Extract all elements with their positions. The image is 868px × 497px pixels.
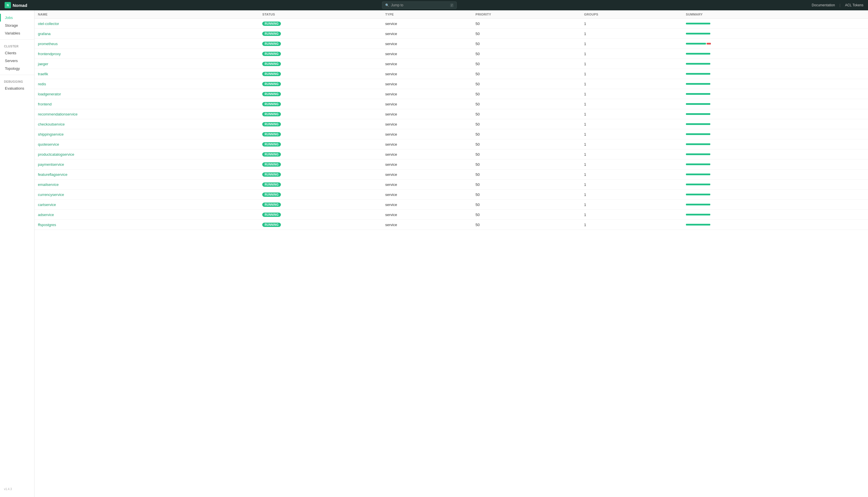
table-row[interactable]: cartserviceRUNNINGservice501 bbox=[34, 200, 868, 210]
summary-bar-container bbox=[686, 214, 718, 215]
summary-bar-green bbox=[686, 43, 706, 44]
job-name[interactable]: redis bbox=[34, 79, 259, 89]
job-groups: 1 bbox=[580, 180, 682, 189]
job-groups: 1 bbox=[580, 69, 682, 79]
job-summary bbox=[682, 89, 868, 99]
job-name[interactable]: shippingservice bbox=[34, 129, 259, 139]
job-name[interactable]: paymentservice bbox=[34, 159, 259, 170]
table-row[interactable]: adserviceRUNNINGservice501 bbox=[34, 210, 868, 220]
job-summary bbox=[682, 170, 868, 180]
job-name[interactable]: quoteservice bbox=[34, 139, 259, 150]
job-type: service bbox=[382, 109, 472, 119]
sidebar-item-topology[interactable]: Topology bbox=[0, 65, 34, 72]
job-summary bbox=[682, 150, 868, 159]
summary-bar-container bbox=[686, 33, 718, 34]
table-row[interactable]: redisRUNNINGservice501 bbox=[34, 79, 868, 89]
table-row[interactable]: frontendproxyRUNNINGservice501 bbox=[34, 49, 868, 59]
logo[interactable]: N Nomad bbox=[4, 2, 27, 8]
status-badge: RUNNING bbox=[262, 152, 281, 157]
job-name[interactable]: cartservice bbox=[34, 200, 259, 210]
table-row[interactable]: featureflagserviceRUNNINGservice501 bbox=[34, 170, 868, 180]
summary-bar-container bbox=[686, 224, 718, 226]
job-priority: 50 bbox=[472, 109, 581, 119]
table-row[interactable]: otel-collectorRUNNINGservice501 bbox=[34, 19, 868, 29]
job-name[interactable]: jaeger bbox=[34, 59, 259, 69]
table-row[interactable]: checkoutserviceRUNNINGservice501 bbox=[34, 119, 868, 129]
job-summary bbox=[682, 180, 868, 189]
table-row[interactable]: recommendationserviceRUNNINGservice501 bbox=[34, 109, 868, 119]
summary-bar-container bbox=[686, 23, 718, 25]
table-row[interactable]: frontendRUNNINGservice501 bbox=[34, 99, 868, 109]
job-name[interactable]: recommendationservice bbox=[34, 109, 259, 119]
sidebar-item-servers[interactable]: Servers bbox=[0, 57, 34, 65]
col-summary: Summary bbox=[682, 10, 868, 19]
table-row[interactable]: quoteserviceRUNNINGservice501 bbox=[34, 139, 868, 150]
sidebar-item-clients[interactable]: Clients bbox=[0, 49, 34, 57]
job-groups: 1 bbox=[580, 159, 682, 170]
table-row[interactable]: grafanaRUNNINGservice501 bbox=[34, 29, 868, 39]
job-groups: 1 bbox=[580, 139, 682, 150]
job-status: RUNNING bbox=[259, 39, 382, 49]
table-header: Name Status Type Priority Groups Summary bbox=[34, 10, 868, 19]
summary-bar-container bbox=[686, 73, 718, 75]
job-type: service bbox=[382, 49, 472, 59]
table-row[interactable]: loadgeneratorRUNNINGservice501 bbox=[34, 89, 868, 99]
job-type: service bbox=[382, 180, 472, 189]
table-row[interactable]: productcatalogserviceRUNNINGservice501 bbox=[34, 150, 868, 159]
job-type: service bbox=[382, 170, 472, 180]
sidebar-divider-1 bbox=[0, 39, 34, 40]
table-row[interactable]: currencyserviceRUNNINGservice501 bbox=[34, 189, 868, 200]
status-badge: RUNNING bbox=[262, 182, 281, 187]
sidebar-item-jobs[interactable]: Jobs bbox=[0, 14, 34, 22]
documentation-link[interactable]: Documentation bbox=[812, 3, 835, 7]
job-name[interactable]: frontendproxy bbox=[34, 49, 259, 59]
job-type: service bbox=[382, 69, 472, 79]
job-priority: 50 bbox=[472, 119, 581, 129]
jobs-tbody: otel-collectorRUNNINGservice501grafanaRU… bbox=[34, 19, 868, 230]
table-row[interactable]: traefikRUNNINGservice501 bbox=[34, 69, 868, 79]
job-type: service bbox=[382, 189, 472, 200]
job-name[interactable]: otel-collector bbox=[34, 19, 259, 29]
job-name[interactable]: emailservice bbox=[34, 180, 259, 189]
job-name[interactable]: grafana bbox=[34, 29, 259, 39]
job-name[interactable]: loadgenerator bbox=[34, 89, 259, 99]
job-priority: 50 bbox=[472, 180, 581, 189]
acl-tokens-link[interactable]: ACL Tokens bbox=[845, 3, 864, 7]
summary-bar-container bbox=[686, 123, 718, 125]
summary-bar-green bbox=[686, 153, 710, 155]
job-name[interactable]: currencyservice bbox=[34, 189, 259, 200]
job-summary bbox=[682, 159, 868, 170]
job-name[interactable]: checkoutservice bbox=[34, 119, 259, 129]
job-name[interactable]: adservice bbox=[34, 210, 259, 220]
job-type: service bbox=[382, 29, 472, 39]
job-status: RUNNING bbox=[259, 109, 382, 119]
job-name[interactable]: ffspostgres bbox=[34, 220, 259, 230]
logo-text: Nomad bbox=[13, 3, 27, 8]
job-name[interactable]: productcatalogservice bbox=[34, 150, 259, 159]
job-summary bbox=[682, 189, 868, 200]
job-name[interactable]: featureflagservice bbox=[34, 170, 259, 180]
status-badge: RUNNING bbox=[262, 52, 281, 56]
table-row[interactable]: shippingserviceRUNNINGservice501 bbox=[34, 129, 868, 139]
status-badge: RUNNING bbox=[262, 92, 281, 96]
job-summary bbox=[682, 69, 868, 79]
col-groups: Groups bbox=[580, 10, 682, 19]
layout: Jobs Storage Variables CLUSTER Clients S… bbox=[0, 10, 868, 497]
sidebar-item-variables[interactable]: Variables bbox=[0, 29, 34, 37]
job-status: RUNNING bbox=[259, 170, 382, 180]
table-row[interactable]: emailserviceRUNNINGservice501 bbox=[34, 180, 868, 189]
job-priority: 50 bbox=[472, 159, 581, 170]
table-row[interactable]: paymentserviceRUNNINGservice501 bbox=[34, 159, 868, 170]
table-row[interactable]: ffspostgresRUNNINGservice501 bbox=[34, 220, 868, 230]
status-badge: RUNNING bbox=[262, 62, 281, 66]
job-name[interactable]: traefik bbox=[34, 69, 259, 79]
table-row[interactable]: jaegerRUNNINGservice501 bbox=[34, 59, 868, 69]
sidebar-item-evaluations[interactable]: Evaluations bbox=[0, 84, 34, 92]
summary-bar-green bbox=[686, 53, 710, 55]
job-priority: 50 bbox=[472, 29, 581, 39]
job-name[interactable]: prometheus bbox=[34, 39, 259, 49]
sidebar-item-storage[interactable]: Storage bbox=[0, 22, 34, 29]
jump-to-input[interactable]: 🔍 Jump to / bbox=[382, 1, 457, 9]
table-row[interactable]: prometheusRUNNINGservice501 bbox=[34, 39, 868, 49]
job-name[interactable]: frontend bbox=[34, 99, 259, 109]
